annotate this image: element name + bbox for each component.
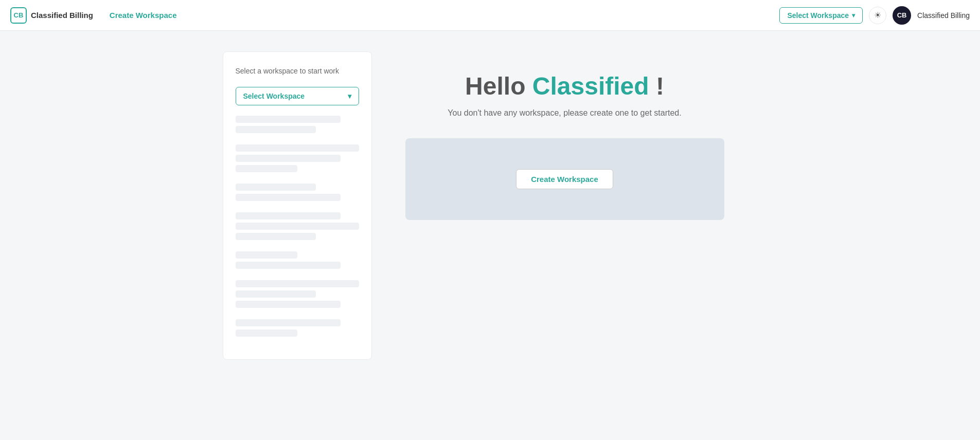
sun-icon: ☀ — [874, 10, 881, 20]
skeleton-group-4 — [236, 212, 359, 240]
user-name: Classified Billing — [917, 11, 970, 20]
skeleton-block — [236, 233, 316, 240]
logo-area[interactable]: CB Classified Billing — [10, 7, 93, 24]
hello-suffix: ! — [649, 72, 664, 100]
skeleton-group-5 — [236, 251, 359, 269]
main-content: Select a workspace to start work Select … — [182, 31, 799, 380]
skeleton-group-2 — [236, 144, 359, 172]
skeleton-block — [236, 116, 341, 123]
avatar-initials: CB — [897, 11, 907, 19]
skeleton-block — [236, 251, 297, 259]
create-workspace-card: Create Workspace — [405, 138, 724, 220]
skeleton-block — [236, 301, 341, 308]
logo-icon: CB — [10, 7, 27, 24]
left-panel-dropdown-label: Select Workspace — [243, 92, 305, 100]
create-workspace-button[interactable]: Create Workspace — [516, 169, 613, 189]
right-panel: Hello Classified ! You don't have any wo… — [372, 51, 758, 360]
nav-create-workspace[interactable]: Create Workspace — [101, 8, 185, 23]
skeleton-block — [236, 329, 297, 337]
logo-text: Classified Billing — [31, 11, 93, 20]
skeleton-block — [236, 262, 341, 269]
header-left: CB Classified Billing Create Workspace — [10, 7, 779, 24]
skeleton-block — [236, 155, 341, 162]
left-panel-select-workspace-dropdown[interactable]: Select Workspace ▾ — [236, 87, 359, 105]
header: CB Classified Billing Create Workspace S… — [0, 0, 980, 31]
logo-initials: CB — [14, 11, 24, 19]
hello-subtitle: You don't have any workspace, please cre… — [448, 108, 681, 118]
hello-prefix: Hello — [465, 72, 532, 100]
skeleton-block — [236, 212, 341, 219]
skeleton-group-6 — [236, 280, 359, 308]
skeleton-block — [236, 280, 359, 287]
skeleton-block — [236, 184, 316, 191]
skeleton-block — [236, 165, 297, 172]
skeleton-block — [236, 223, 359, 230]
chevron-down-icon: ▾ — [852, 12, 855, 19]
header-select-workspace-label: Select Workspace — [787, 11, 849, 20]
left-panel-title: Select a workspace to start work — [236, 66, 359, 77]
skeleton-block — [236, 290, 316, 298]
skeleton-lines — [236, 116, 359, 343]
hello-title: Hello Classified ! — [465, 72, 664, 100]
skeleton-block — [236, 126, 316, 133]
skeleton-group-1 — [236, 116, 359, 133]
header-right: Select Workspace ▾ ☀ CB Classified Billi… — [779, 6, 970, 25]
skeleton-block — [236, 319, 341, 326]
header-select-workspace-button[interactable]: Select Workspace ▾ — [779, 7, 863, 24]
skeleton-group-3 — [236, 184, 359, 201]
left-panel-chevron-down-icon: ▾ — [348, 92, 351, 100]
theme-toggle-button[interactable]: ☀ — [869, 7, 886, 24]
skeleton-block — [236, 144, 359, 152]
skeleton-group-7 — [236, 319, 359, 337]
hello-accent: Classified — [532, 72, 649, 100]
skeleton-block — [236, 194, 341, 201]
avatar[interactable]: CB — [893, 6, 911, 25]
left-panel: Select a workspace to start work Select … — [223, 51, 372, 360]
